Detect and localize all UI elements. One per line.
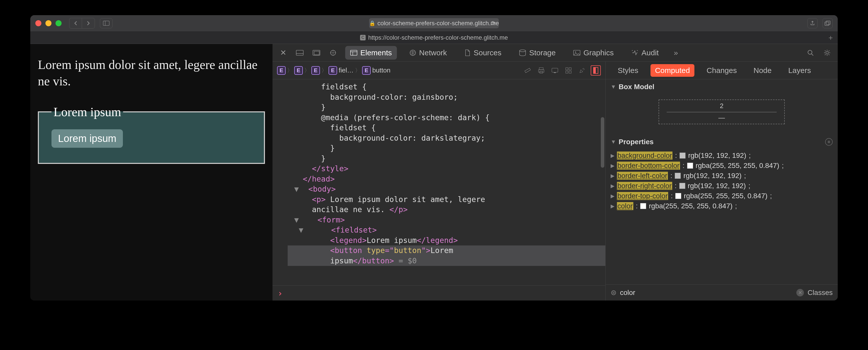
box-model-header[interactable]: ▼ Box Model — [606, 79, 838, 94]
color-swatch-icon — [679, 183, 685, 189]
svg-point-17 — [575, 52, 576, 53]
side-tab-node[interactable]: Node — [749, 64, 776, 77]
breadcrumb-badge: E — [277, 66, 286, 75]
properties-options-icon[interactable]: ≡ — [825, 138, 833, 146]
safari-window: 🔒 color-scheme-prefers-color-scheme.glit… — [30, 15, 838, 300]
minimize-window-button[interactable] — [45, 20, 52, 26]
close-window-button[interactable] — [35, 20, 41, 26]
inspect-element-icon[interactable] — [329, 48, 338, 57]
color-swatch-icon — [640, 203, 646, 209]
tab-audit[interactable]: Audit — [626, 46, 663, 60]
settings-icon[interactable] — [823, 48, 832, 57]
side-tab-computed[interactable]: Computed — [651, 64, 694, 77]
breadcrumb-button: button — [372, 66, 390, 74]
property-row[interactable]: ▶border-right-color: rgb(192, 192, 192); — [611, 181, 833, 191]
property-row[interactable]: ▶border-bottom-color: rgba(255, 255, 255… — [611, 161, 833, 171]
share-button[interactable] — [807, 18, 817, 28]
close-inspector-button[interactable]: ✕ — [279, 48, 288, 57]
breadcrumb-badge: E — [294, 66, 303, 75]
svg-rect-2 — [825, 22, 829, 26]
side-tab-styles[interactable]: Styles — [613, 64, 643, 77]
properties-list: ▶background-color: rgb(192, 192, 192); ▶… — [606, 149, 838, 214]
page-legend: Lorem ipsum — [52, 105, 123, 119]
box-model-top: 2 — [659, 102, 784, 110]
tab-graphics[interactable]: Graphics — [568, 46, 619, 60]
page-form: Lorem ipsum Lorem ipsum — [38, 105, 265, 164]
box-model-diagram[interactable]: 2 — — [611, 94, 833, 132]
color-swatch-icon — [687, 163, 693, 169]
svg-rect-0 — [103, 21, 109, 26]
svg-rect-23 — [538, 70, 544, 72]
side-tab-changes[interactable]: Changes — [702, 64, 741, 77]
console-drawer[interactable]: › — [273, 285, 605, 300]
zoom-window-button[interactable] — [56, 20, 62, 26]
svg-point-15 — [520, 50, 526, 52]
tabs-button[interactable] — [823, 18, 833, 28]
back-button[interactable] — [69, 18, 82, 28]
elements-toolbar: E〉 E〉 E〉 E fiel…〉 E button — [273, 62, 605, 79]
svg-rect-6 — [313, 50, 320, 55]
dock-bottom-icon[interactable] — [295, 48, 304, 57]
dom-tree[interactable]: fieldset { background-color: gainsboro; … — [273, 79, 605, 285]
compositing-icon[interactable] — [591, 65, 601, 76]
property-row[interactable]: ▶color: rgba(255, 255, 255, 0.847); — [611, 201, 833, 211]
tab-network[interactable]: Network — [404, 46, 452, 60]
graphics-icon — [573, 50, 580, 56]
property-row[interactable]: ▶border-top-color: rgba(255, 255, 255, 0… — [611, 191, 833, 201]
classes-button[interactable]: Classes — [807, 289, 833, 297]
page-paragraph: Lorem ipsum dolor sit amet, legere ancil… — [38, 57, 265, 89]
elements-panel: E〉 E〉 E〉 E fiel…〉 E button — [273, 62, 606, 300]
scrollbar[interactable] — [601, 117, 604, 168]
svg-rect-21 — [525, 68, 530, 73]
dock-side-icon[interactable] — [312, 48, 321, 57]
side-tabs: Styles Computed Changes Node Layers — [606, 62, 838, 79]
svg-rect-22 — [539, 68, 543, 70]
titlebar-right — [807, 18, 833, 28]
paint-icon[interactable] — [577, 65, 587, 76]
tab-title[interactable]: https://color-scheme-prefers-color-schem… — [368, 34, 508, 41]
console-prompt-icon: › — [278, 288, 283, 298]
svg-point-20 — [826, 52, 828, 54]
color-swatch-icon — [680, 152, 686, 158]
property-row[interactable]: ▶background-color: rgb(192, 192, 192); — [611, 150, 833, 161]
forward-button[interactable] — [82, 18, 95, 28]
network-icon — [409, 50, 416, 56]
breadcrumb-badge: E — [311, 66, 320, 75]
filter-icon: ⊜ — [611, 288, 616, 297]
properties-header[interactable]: ▼ Properties ≡ — [606, 134, 838, 149]
device-icon[interactable] — [550, 65, 560, 76]
breadcrumb[interactable]: E〉 E〉 E〉 E fiel…〉 E button — [277, 66, 391, 75]
address-bar[interactable]: 🔒 color-scheme-prefers-color-scheme.glit… — [369, 18, 499, 28]
tab-storage[interactable]: Storage — [514, 46, 561, 60]
tab-elements-label: Elements — [360, 49, 392, 57]
clear-filter-button[interactable]: ✕ — [796, 289, 804, 296]
disclosure-triangle-icon: ▼ — [611, 84, 616, 90]
page-button[interactable]: Lorem ipsum — [52, 129, 123, 148]
ruler-icon[interactable] — [523, 65, 533, 76]
tab-elements[interactable]: Elements — [345, 46, 397, 60]
window-controls — [35, 20, 62, 26]
box-model-title: Box Model — [619, 83, 654, 91]
svg-rect-32 — [593, 67, 596, 74]
new-tab-button[interactable]: ＋ — [827, 33, 834, 42]
tab-storage-label: Storage — [529, 49, 556, 57]
svg-rect-3 — [826, 21, 830, 25]
grid-icon[interactable] — [563, 65, 574, 76]
web-inspector: ✕ Elements Network Sources — [273, 44, 838, 300]
tab-network-label: Network — [419, 49, 447, 57]
tab-sources[interactable]: Sources — [460, 46, 506, 60]
page-fieldset: Lorem ipsum Lorem ipsum — [38, 105, 265, 164]
lock-icon: 🔒 — [369, 20, 375, 26]
filter-bar: ⊜ ✕ Classes — [606, 284, 838, 300]
svg-rect-25 — [552, 68, 558, 72]
sidebar-toggle-button[interactable] — [100, 18, 113, 28]
svg-line-19 — [811, 54, 813, 56]
search-icon[interactable] — [806, 48, 815, 57]
reload-button[interactable]: ⟳ — [491, 20, 496, 27]
print-styles-icon[interactable] — [536, 65, 546, 76]
tab-sources-label: Sources — [474, 49, 501, 57]
more-tabs-button[interactable]: » — [672, 48, 681, 57]
filter-input[interactable] — [620, 289, 793, 297]
property-row[interactable]: ▶border-left-color: rgb(192, 192, 192); — [611, 171, 833, 181]
side-tab-layers[interactable]: Layers — [784, 64, 815, 77]
